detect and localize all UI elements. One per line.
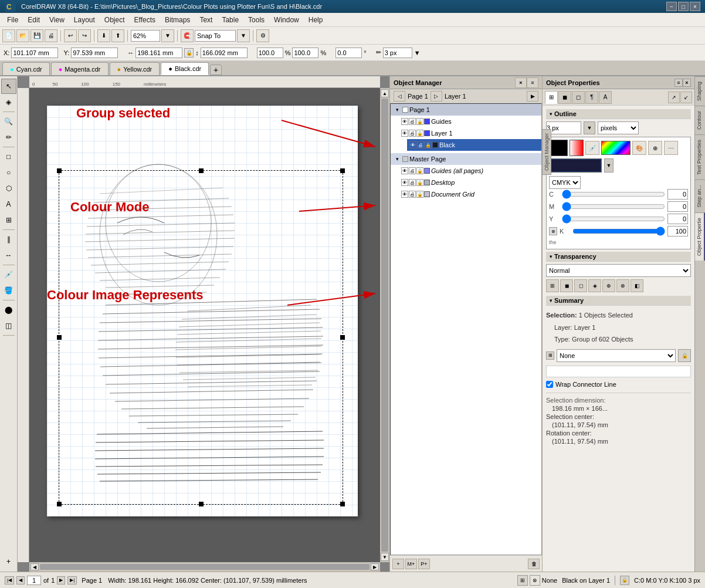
transparency-section-header[interactable]: ▾ Transparency [546,252,691,262]
menu-window[interactable]: Window [269,15,304,25]
eye-icon-black[interactable]: 👁 [409,141,416,148]
om-menu-btn[interactable]: ≡ [527,77,538,88]
canvas-scroll[interactable]: Group selected Colour Mode Colour I [29,88,380,562]
object-tree[interactable]: ▾ Page 1 👁 🖨 🔒 Guides 👁 🖨 🔒 [390,103,542,555]
scroll-down-btn[interactable]: ▼ [381,553,389,561]
sel-handle-bl[interactable] [57,502,62,506]
summary-section-header[interactable]: ▾ Summary [546,296,691,306]
eyedropper-color-btn[interactable]: 💉 [585,141,599,155]
transparency-mode-select[interactable]: Normal [546,264,691,277]
outline-section-header[interactable]: ▾ Outline [546,109,691,119]
op-menu-btn[interactable]: ≡ [675,79,683,87]
menu-effects[interactable]: Effects [130,15,160,25]
tab-cyan[interactable]: ● Cyan.cdr [2,62,50,75]
node-tool-btn[interactable]: ◈ [1,94,16,110]
menu-help[interactable]: Help [304,15,328,25]
transparency-tool-btn[interactable]: ◫ [1,318,16,333]
eye-icon-layer1[interactable]: 👁 [401,130,408,137]
add-page-btn[interactable]: + [1,554,16,569]
none-text-field[interactable] [546,366,691,377]
m-slider[interactable] [562,202,665,211]
zoom-dd-btn[interactable]: ▼ [161,29,174,42]
outline-color-preview[interactable] [549,158,602,173]
trans-icon2[interactable]: ◼ [560,279,573,292]
none-lock-btn[interactable]: 🔒 [678,349,691,362]
scroll-up-btn[interactable]: ▲ [381,89,389,97]
print-icon-grid[interactable]: 🖨 [409,191,416,198]
eyedropper-tool-btn[interactable]: 💉 [1,267,16,282]
open-btn[interactable]: 📂 [16,29,29,42]
tree-master-page[interactable]: ▾ Master Page [391,153,541,165]
export-btn[interactable]: ⬆ [111,29,124,42]
close-btn[interactable]: × [690,2,700,11]
menu-view[interactable]: View [45,15,69,25]
page-number-input[interactable] [27,576,41,585]
palette-btn[interactable]: 🎨 [632,141,646,155]
add-tab-btn[interactable]: + [210,65,222,75]
print-icon-black[interactable]: 🖨 [417,141,424,148]
object-properties-tab[interactable]: Object Propertie [695,212,705,261]
om-side-tab[interactable]: Object Manager [542,129,551,175]
trans-icon5[interactable]: ⊕ [602,279,615,292]
connector-tool-btn[interactable]: ↔ [1,248,16,263]
color-model-select[interactable]: CMYK [549,176,581,189]
next-page-btn[interactable]: ▶ [57,576,65,584]
rect-tool-btn[interactable]: □ [1,149,16,164]
y-input[interactable]: 97.539 mm [71,48,118,58]
trans-icon1[interactable]: ⊞ [546,279,559,292]
m-value[interactable]: 0 [667,201,688,212]
outline-width-dd[interactable]: ▼ [584,121,595,134]
op-tab-para[interactable]: ¶ [585,91,598,104]
menu-layout[interactable]: Layout [69,15,100,25]
angle-input[interactable]: 0.0 [335,48,362,58]
zoom-tool-btn[interactable]: 🔍 [1,114,16,129]
tab-magenta[interactable]: ● Magenta.cdr [51,62,109,75]
sel-handle-tr[interactable] [340,168,345,173]
om-delete-btn[interactable]: 🗑 [528,559,540,569]
scroll-thumb[interactable] [381,99,388,552]
table-tool-btn[interactable]: ⊞ [1,212,16,228]
outline-unit-select[interactable]: pixels [598,121,639,134]
trans-icon4[interactable]: ◈ [588,279,601,292]
last-page-btn[interactable]: ▶| [67,576,77,584]
op-expand-btn[interactable]: ↗ [668,92,680,103]
lock-icon-guides[interactable]: 🔒 [416,118,423,125]
op-tab-char[interactable]: A [599,91,612,104]
new-btn[interactable]: 📄 [2,29,15,42]
trans-icon7[interactable]: ◧ [631,279,643,292]
h-input[interactable]: 166.092 mm [201,48,248,58]
menu-edit[interactable]: Edit [23,15,45,25]
tab-black[interactable]: ● Black.cdr [161,62,209,75]
contour-tab[interactable]: Contour [695,106,705,134]
scale-x-input[interactable]: 100.0 [257,48,283,58]
options-btn[interactable]: ⚙ [256,29,269,42]
sel-handle-bc[interactable] [199,502,204,506]
k-slider[interactable] [572,227,665,235]
x-input[interactable]: 101.107 mm [11,48,58,58]
om-add-page-btn[interactable]: P+ [418,559,430,569]
lock-icon-black[interactable]: 🔒 [425,141,432,148]
wrap-connector-check[interactable] [546,381,553,388]
menu-object[interactable]: Object [100,15,130,25]
outline-width-input[interactable]: 3 px [546,121,581,134]
text-properties-tab[interactable]: Text Properties [695,134,705,180]
eye-icon-guides-all[interactable]: 👁 [401,167,408,174]
k-no-icon[interactable]: ⊗ [549,227,557,235]
tree-page1[interactable]: ▾ Page 1 [391,104,541,116]
print-icon-desktop[interactable]: 🖨 [409,179,416,186]
tree-guides-all[interactable]: 👁 🖨 🔒 Guides (all pages) [399,165,541,177]
scroll-left-btn[interactable]: ◀ [30,563,39,570]
ellipse-tool-btn[interactable]: ○ [1,165,16,180]
op-tab-fill[interactable]: ◼ [558,91,571,104]
trans-icon3[interactable]: ◻ [574,279,587,292]
tab-yellow[interactable]: ● Yellow.cdr [110,62,160,75]
color-harmonies-btn[interactable]: ⊕ [648,141,662,155]
eye-icon-guides[interactable]: 👁 [401,118,408,125]
om-expand-btn[interactable]: ▶ [527,91,538,102]
minimize-btn[interactable]: − [666,2,677,11]
polygon-tool-btn[interactable]: ⬡ [1,181,16,196]
om-add-layer-btn[interactable]: + [392,559,404,569]
om-nav-btn2[interactable]: ▷ [431,91,442,102]
fill-tool-btn[interactable]: 🪣 [1,283,16,298]
menu-text[interactable]: Text [195,15,217,25]
